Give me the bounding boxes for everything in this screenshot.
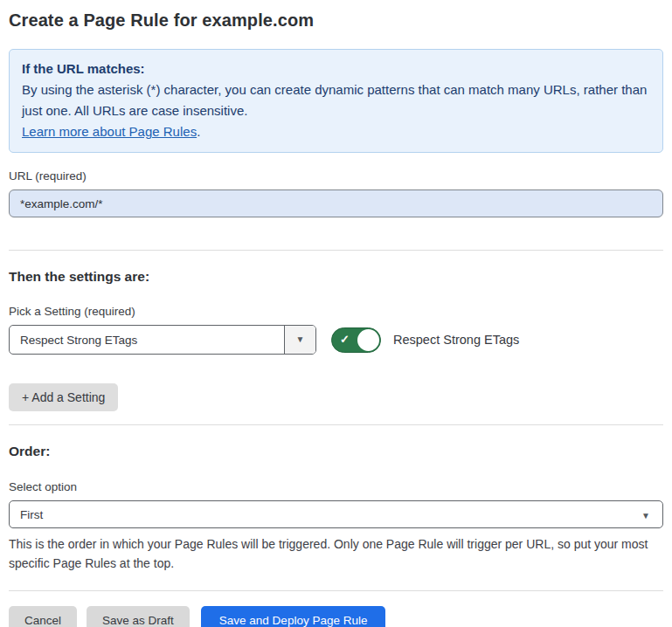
info-box-body: By using the asterisk (*) character, you… xyxy=(22,79,650,121)
info-box-heading: If the URL matches: xyxy=(22,59,650,79)
setting-dropdown-value: Respect Strong ETags xyxy=(10,326,284,354)
save-and-deploy-button[interactable]: Save and Deploy Page Rule xyxy=(201,606,386,627)
add-setting-button[interactable]: + Add a Setting xyxy=(9,383,118,411)
learn-more-link[interactable]: Learn more about Page Rules xyxy=(22,124,197,139)
respect-strong-etags-toggle[interactable]: ✓ xyxy=(331,327,381,353)
url-input[interactable] xyxy=(9,189,663,217)
order-select-value: First xyxy=(10,508,641,521)
order-select[interactable]: First ▼ xyxy=(9,500,663,528)
chevron-down-icon: ▼ xyxy=(296,335,305,344)
page-title: Create a Page Rule for example.com xyxy=(9,10,663,31)
pick-setting-label: Pick a Setting (required) xyxy=(9,305,663,318)
chevron-down-icon: ▼ xyxy=(641,506,662,522)
create-page-rule-form: Create a Page Rule for example.com If th… xyxy=(0,0,672,627)
divider xyxy=(9,424,663,425)
url-matches-info-box: If the URL matches: By using the asteris… xyxy=(9,49,663,153)
setting-dropdown[interactable]: Respect Strong ETags ▼ xyxy=(9,325,316,355)
save-as-draft-button[interactable]: Save as Draft xyxy=(87,606,190,627)
order-select-label: Select option xyxy=(9,480,663,493)
url-field-label: URL (required) xyxy=(9,169,663,183)
info-box-link-line: Learn more about Page Rules. xyxy=(22,121,650,142)
toggle-knob xyxy=(357,329,379,351)
check-icon: ✓ xyxy=(340,334,350,345)
cancel-button[interactable]: Cancel xyxy=(9,606,77,627)
order-help-text: This is the order in which your Page Rul… xyxy=(9,534,660,573)
settings-section-heading: Then the settings are: xyxy=(9,269,663,285)
setting-dropdown-arrow-button[interactable]: ▼ xyxy=(284,326,315,354)
toggle-label: Respect Strong ETags xyxy=(393,333,519,347)
order-section-heading: Order: xyxy=(9,444,663,459)
divider xyxy=(9,250,663,251)
setting-row: Respect Strong ETags ▼ ✓ Respect Strong … xyxy=(9,325,663,355)
divider xyxy=(9,590,663,591)
footer-actions: Cancel Save as Draft Save and Deploy Pag… xyxy=(9,606,663,627)
link-period: . xyxy=(197,124,200,139)
